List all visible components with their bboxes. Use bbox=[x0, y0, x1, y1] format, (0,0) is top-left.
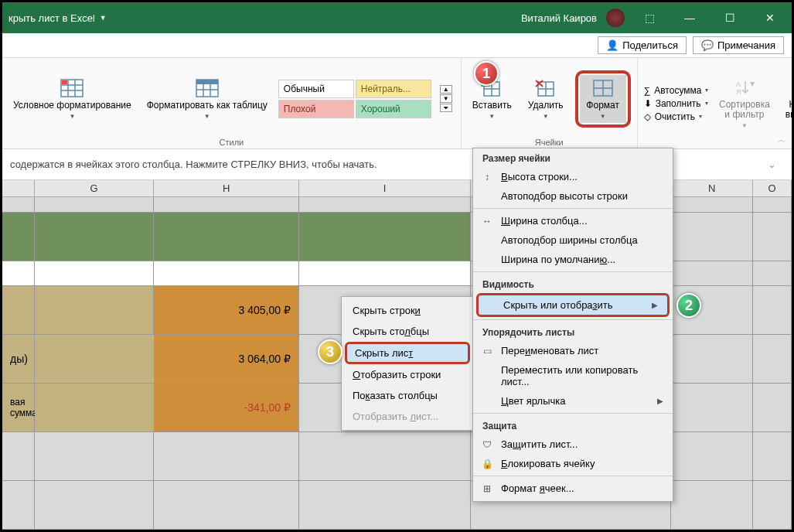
cell[interactable] bbox=[671, 197, 753, 213]
cell[interactable] bbox=[753, 384, 792, 432]
collapse-ribbon-icon[interactable]: ︿ bbox=[778, 135, 785, 145]
cell-value[interactable]: -341,00 ₽ bbox=[155, 384, 299, 432]
cell[interactable] bbox=[299, 213, 471, 261]
cell[interactable] bbox=[154, 481, 298, 530]
minimize-button[interactable]: — bbox=[674, 6, 705, 29]
submenu-show-cols[interactable]: Показать столбцы bbox=[342, 385, 473, 406]
cell[interactable] bbox=[154, 197, 298, 213]
cell-label[interactable]: вая сумма) bbox=[2, 384, 35, 432]
cell[interactable] bbox=[35, 335, 155, 384]
cell[interactable] bbox=[2, 197, 35, 213]
cell[interactable] bbox=[299, 197, 471, 213]
chevron-down-icon: ▼ bbox=[489, 113, 495, 120]
menu-header-visibility: Видимость bbox=[473, 275, 673, 293]
cell[interactable] bbox=[2, 432, 35, 481]
autosum-button[interactable]: ∑ Автосумма ▾ bbox=[644, 85, 709, 96]
cell[interactable] bbox=[2, 481, 35, 530]
cell-value[interactable]: 3 064,00 ₽ bbox=[155, 335, 299, 384]
menu-autofit-row[interactable]: Автоподбор высоты строки bbox=[473, 186, 673, 206]
cell[interactable] bbox=[2, 286, 35, 335]
share-button[interactable]: 👤 Поделиться bbox=[598, 36, 687, 54]
cell[interactable] bbox=[671, 335, 753, 384]
format-cells-icon: ⊞ bbox=[481, 483, 493, 494]
hide-show-submenu: Скрыть строки Скрыть столбцы Скрыть лист… bbox=[341, 296, 474, 431]
cell[interactable] bbox=[753, 335, 792, 384]
submenu-hide-rows[interactable]: Скрыть строки bbox=[342, 300, 473, 321]
submenu-hide-sheet[interactable]: Скрыть лист bbox=[345, 342, 470, 364]
menu-col-width[interactable]: ↔ Ширина столбца... bbox=[473, 211, 673, 230]
cell[interactable] bbox=[35, 213, 155, 261]
menu-move-copy-sheet[interactable]: Переместить или копировать лист... bbox=[473, 360, 673, 391]
sort-filter-button[interactable]: AЯ Сортировка и фильтр ▼ bbox=[714, 74, 774, 132]
delete-button[interactable]: Удалить ▼ bbox=[523, 75, 569, 123]
cell[interactable] bbox=[35, 432, 155, 481]
fill-button[interactable]: ⬇ Заполнить ▾ bbox=[644, 98, 709, 109]
cell[interactable] bbox=[753, 197, 792, 213]
style-normal[interactable]: Обычный bbox=[278, 80, 354, 98]
cell[interactable] bbox=[35, 384, 155, 432]
cell[interactable] bbox=[671, 432, 753, 481]
cell[interactable] bbox=[2, 261, 35, 286]
style-good[interactable]: Хороший bbox=[356, 100, 431, 118]
menu-lock-cell[interactable]: 🔒 Блокировать ячейку bbox=[473, 454, 673, 473]
maximize-button[interactable]: ☐ bbox=[714, 6, 745, 29]
col-header-f[interactable] bbox=[2, 180, 35, 196]
menu-hide-show[interactable]: Скрыть или отобразить ▶ bbox=[476, 293, 670, 317]
submenu-hide-cols[interactable]: Скрыть столбцы bbox=[342, 321, 473, 342]
cell[interactable] bbox=[35, 261, 155, 286]
menu-row-height[interactable]: ↕ Высота строки... bbox=[473, 167, 673, 186]
style-bad[interactable]: Плохой bbox=[278, 100, 354, 118]
format-button[interactable]: Формат ▼ bbox=[580, 75, 626, 123]
col-header-n[interactable]: N bbox=[671, 180, 753, 196]
cell[interactable] bbox=[35, 197, 155, 213]
cell[interactable] bbox=[671, 481, 753, 530]
comments-button[interactable]: 💬 Примечания bbox=[693, 36, 784, 54]
expand-formula-icon[interactable]: ⌄ bbox=[768, 159, 776, 170]
col-header-g[interactable]: G bbox=[35, 180, 155, 196]
title-dropdown-icon[interactable]: ▼ bbox=[100, 14, 107, 22]
sub-label: Показать столбцы bbox=[353, 390, 438, 401]
cell-label[interactable]: ды) bbox=[2, 335, 35, 384]
cell[interactable] bbox=[753, 286, 792, 335]
cell-value[interactable]: 3 405,00 ₽ bbox=[154, 286, 298, 335]
menu-rename-sheet[interactable]: ▭ Переименовать лист bbox=[473, 341, 673, 360]
submenu-show-rows[interactable]: Отобразить строки bbox=[342, 364, 473, 385]
find-select-button[interactable]: Найти и выделить ▼ bbox=[780, 74, 794, 132]
cell[interactable] bbox=[753, 432, 792, 481]
menu-default-width[interactable]: Ширина по умолчанию... bbox=[473, 250, 673, 269]
cell[interactable] bbox=[671, 384, 753, 432]
cell[interactable] bbox=[753, 261, 792, 286]
cell[interactable] bbox=[753, 481, 792, 530]
fill-icon: ⬇ bbox=[644, 98, 652, 109]
col-header-o[interactable]: O bbox=[753, 180, 792, 196]
cell[interactable] bbox=[154, 261, 298, 286]
styles-more-button[interactable]: ▲ ▼ ⏷ bbox=[438, 85, 455, 112]
clear-button[interactable]: ◇ Очистить ▾ bbox=[644, 111, 709, 122]
format-as-table-button[interactable]: Форматировать как таблицу ▼ bbox=[142, 75, 272, 123]
conditional-formatting-button[interactable]: Условное форматирование ▼ bbox=[9, 75, 136, 123]
style-neutral[interactable]: Нейтраль... bbox=[356, 80, 431, 98]
cell[interactable] bbox=[753, 213, 792, 261]
cell[interactable] bbox=[35, 481, 155, 530]
close-button[interactable]: ✕ bbox=[755, 6, 785, 29]
menu-protect-sheet[interactable]: 🛡 Защитить лист... bbox=[473, 435, 673, 454]
col-header-i[interactable]: I bbox=[299, 180, 471, 196]
cell[interactable] bbox=[2, 213, 35, 261]
menu-tab-color[interactable]: Цвет ярлычка ▶ bbox=[473, 391, 673, 411]
ribbon-options-button[interactable]: ⬚ bbox=[634, 6, 665, 29]
cell[interactable] bbox=[299, 432, 471, 481]
cell[interactable] bbox=[154, 213, 298, 261]
cell-styles-gallery[interactable]: Обычный Нейтраль... Плохой Хороший bbox=[278, 80, 431, 118]
cell[interactable] bbox=[671, 213, 753, 261]
cell[interactable] bbox=[154, 432, 298, 481]
cell[interactable] bbox=[299, 261, 471, 286]
cell[interactable] bbox=[35, 286, 155, 335]
cell[interactable] bbox=[671, 261, 753, 286]
menu-header-protection: Защита bbox=[473, 416, 673, 435]
col-header-h[interactable]: H bbox=[154, 180, 298, 196]
menu-format-cells[interactable]: ⊞ Формат ячеек... bbox=[473, 479, 673, 498]
menu-label: Переместить или копировать лист... bbox=[501, 364, 663, 387]
menu-autofit-col[interactable]: Автоподбор ширины столбца bbox=[473, 230, 673, 250]
cell[interactable] bbox=[299, 481, 471, 530]
user-avatar[interactable] bbox=[606, 9, 625, 27]
